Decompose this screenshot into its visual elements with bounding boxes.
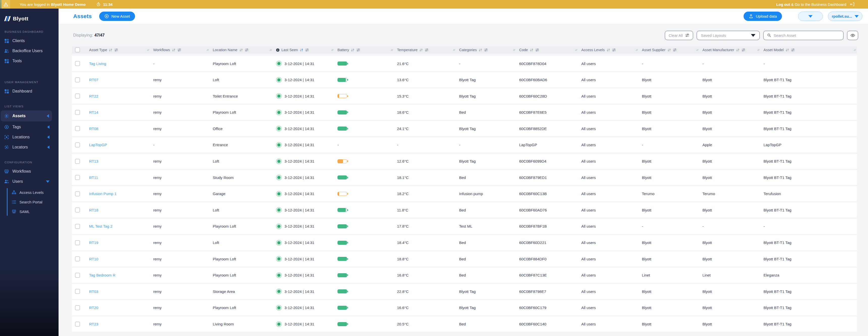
- upload-data-button[interactable]: Upload data: [744, 11, 782, 21]
- column-filter-icon[interactable]: [535, 48, 539, 52]
- row-checkbox[interactable]: [75, 126, 80, 131]
- search-asset-box[interactable]: [763, 31, 843, 40]
- column-resize-handle[interactable]: [391, 49, 393, 51]
- column-resize-handle[interactable]: [514, 49, 515, 51]
- column-header-categories[interactable]: Categories: [456, 48, 516, 52]
- asset-link[interactable]: RT03: [89, 289, 98, 294]
- sort-icon[interactable]: [300, 48, 303, 52]
- sort-icon[interactable]: [419, 48, 423, 52]
- sidebar-item-tools[interactable]: Tools: [0, 56, 59, 66]
- row-checkbox[interactable]: [75, 94, 80, 99]
- chevron-down-icon[interactable]: [46, 180, 50, 183]
- sort-icon[interactable]: [351, 48, 354, 52]
- row-checkbox[interactable]: [75, 256, 80, 261]
- row-checkbox[interactable]: [75, 110, 80, 115]
- column-header-last-seen[interactable]: Last Seen: [273, 48, 334, 52]
- asset-link[interactable]: RT19: [89, 240, 98, 245]
- sidebar-item-backoffice-users[interactable]: Backoffice Users: [0, 46, 59, 56]
- column-filter-icon[interactable]: [791, 48, 795, 52]
- column-filter-icon[interactable]: [114, 48, 118, 52]
- column-resize-handle[interactable]: [576, 49, 577, 51]
- user-menu[interactable]: rpollet.su...: [828, 11, 863, 21]
- column-resize-handle[interactable]: [147, 49, 149, 51]
- asset-link[interactable]: RT10: [89, 257, 98, 261]
- row-checkbox[interactable]: [75, 175, 80, 180]
- header-dropdown[interactable]: [798, 11, 823, 21]
- new-asset-button[interactable]: New Asset: [99, 11, 135, 21]
- row-checkbox[interactable]: [75, 142, 80, 147]
- sidebar-item-workflows[interactable]: Workflows: [0, 166, 59, 176]
- row-checkbox[interactable]: [75, 207, 80, 212]
- asset-link[interactable]: Tag Bedroom R: [89, 273, 115, 277]
- sort-icon[interactable]: [172, 48, 176, 52]
- visibility-toggle-button[interactable]: [847, 31, 858, 40]
- column-header-asset-type[interactable]: Asset Type: [86, 48, 150, 52]
- column-resize-handle[interactable]: [453, 49, 455, 51]
- row-checkbox[interactable]: [75, 61, 80, 66]
- column-resize-handle[interactable]: [332, 49, 333, 51]
- column-filter-icon[interactable]: [484, 48, 488, 52]
- asset-link[interactable]: RT08: [89, 127, 98, 131]
- column-filter-icon[interactable]: [742, 48, 745, 52]
- column-filter-icon[interactable]: [356, 48, 360, 52]
- sidebar-item-saml[interactable]: SAML: [0, 207, 59, 216]
- column-filter-icon[interactable]: [245, 48, 249, 52]
- sidebar-item-users[interactable]: Users: [0, 176, 59, 187]
- sort-icon[interactable]: [530, 48, 534, 52]
- column-filter-icon[interactable]: [425, 48, 429, 52]
- clear-all-button[interactable]: Clear All: [665, 31, 693, 40]
- column-header-location-name[interactable]: Location Name: [210, 48, 273, 52]
- sidebar-item-access-levels[interactable]: Access Levels: [0, 188, 59, 197]
- chevron-left-icon[interactable]: [47, 114, 49, 118]
- column-header-access-levels[interactable]: Access Levels: [578, 48, 639, 52]
- row-checkbox[interactable]: [75, 289, 80, 294]
- sidebar-item-search-portal[interactable]: Search Portal: [0, 197, 59, 207]
- column-filter-icon[interactable]: [612, 48, 616, 52]
- asset-link[interactable]: RT20: [89, 305, 98, 310]
- column-header-code[interactable]: Code: [516, 48, 578, 52]
- sidebar-item-locators[interactable]: Locators: [0, 142, 59, 152]
- logout-icon[interactable]: [850, 2, 855, 7]
- row-checkbox[interactable]: [75, 191, 80, 196]
- row-checkbox[interactable]: [75, 305, 80, 310]
- asset-link[interactable]: RT22: [89, 94, 98, 98]
- asset-link[interactable]: Infusion Pump 1: [89, 192, 116, 196]
- sidebar-item-clients[interactable]: Clients: [0, 36, 59, 46]
- chevron-left-icon[interactable]: [47, 135, 50, 139]
- column-resize-handle[interactable]: [696, 49, 698, 51]
- row-checkbox[interactable]: [75, 273, 80, 278]
- asset-link[interactable]: RT07: [89, 78, 98, 82]
- sidebar-item-assets[interactable]: Assets: [1, 110, 52, 122]
- asset-link[interactable]: RT23: [89, 322, 98, 326]
- select-all-checkbox[interactable]: [75, 47, 80, 53]
- column-resize-handle[interactable]: [758, 49, 759, 51]
- asset-link[interactable]: RT11: [89, 175, 98, 180]
- chevron-left-icon[interactable]: [47, 125, 50, 129]
- asset-link[interactable]: LapTopGP: [89, 143, 107, 147]
- row-checkbox[interactable]: [75, 224, 80, 229]
- app-logo[interactable]: Blyott: [0, 8, 59, 24]
- column-header-asset-supplier[interactable]: Asset Supplier: [639, 48, 700, 52]
- column-filter-icon[interactable]: [673, 48, 677, 52]
- sidebar-item-tags[interactable]: Tags: [0, 122, 59, 132]
- column-resize-handle[interactable]: [207, 49, 209, 51]
- sidebar-item-dashboard[interactable]: Dashboard: [0, 86, 59, 96]
- sort-icon[interactable]: [607, 48, 610, 52]
- asset-link[interactable]: ML Test Tag 2: [89, 224, 112, 228]
- column-header-asset-manufacturer[interactable]: Asset Manufacturer: [700, 48, 761, 52]
- sort-icon[interactable]: [785, 48, 789, 52]
- asset-link[interactable]: Tag Living: [89, 62, 106, 66]
- column-header-temperature[interactable]: Temperature: [394, 48, 456, 52]
- column-header-workflows[interactable]: Workflows: [150, 48, 210, 52]
- search-input[interactable]: [774, 33, 840, 38]
- column-header-battery[interactable]: Battery: [334, 48, 394, 52]
- sort-icon[interactable]: [239, 48, 243, 52]
- asset-link[interactable]: RT14: [89, 110, 98, 114]
- column-filter-icon[interactable]: [178, 48, 181, 52]
- row-checkbox[interactable]: [75, 77, 80, 82]
- saved-layouts-dropdown[interactable]: Saved Layouts: [696, 31, 760, 40]
- sort-icon[interactable]: [478, 48, 482, 52]
- logout-link[interactable]: Log out & Go to the Business Dashboard: [776, 2, 846, 6]
- sort-icon[interactable]: [668, 48, 671, 52]
- column-resize-handle[interactable]: [270, 49, 272, 51]
